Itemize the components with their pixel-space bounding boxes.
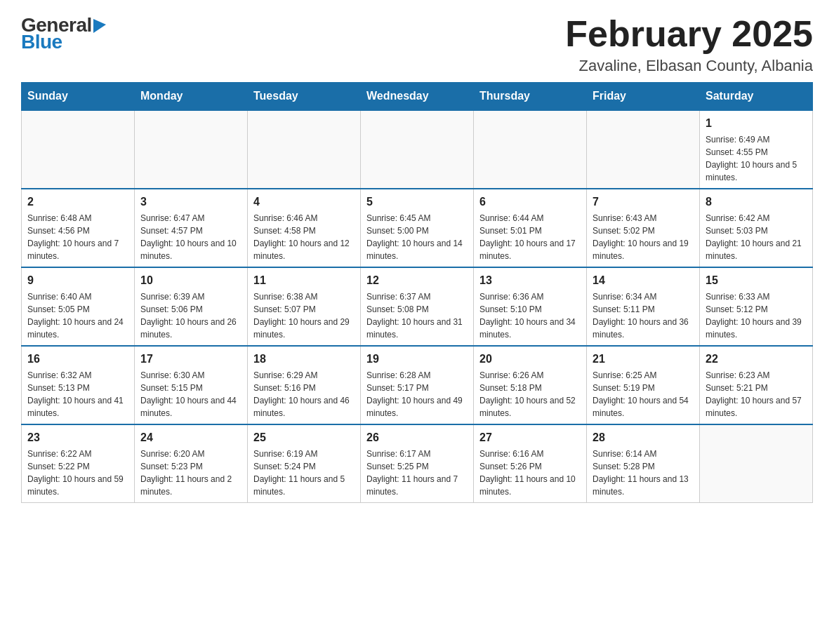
calendar-cell: 26Sunrise: 6:17 AMSunset: 5:25 PMDayligh… (361, 424, 474, 503)
day-info: Daylight: 11 hours and 5 minutes. (253, 473, 355, 498)
calendar-cell: 15Sunrise: 6:33 AMSunset: 5:12 PMDayligh… (700, 267, 813, 346)
day-info: Sunset: 5:01 PM (479, 224, 581, 237)
day-info: Daylight: 10 hours and 46 minutes. (253, 394, 355, 420)
calendar-week-row: 16Sunrise: 6:32 AMSunset: 5:13 PMDayligh… (22, 346, 813, 424)
calendar-cell: 16Sunrise: 6:32 AMSunset: 5:13 PMDayligh… (22, 346, 135, 424)
day-number: 19 (366, 351, 468, 368)
col-monday: Monday (135, 83, 248, 111)
day-number: 1 (706, 115, 807, 132)
day-info: Daylight: 10 hours and 24 minutes. (27, 316, 128, 341)
day-info: Daylight: 11 hours and 2 minutes. (140, 473, 241, 498)
day-info: Sunrise: 6:36 AM (479, 290, 581, 303)
day-info: Sunset: 5:13 PM (27, 382, 128, 394)
day-info: Sunrise: 6:29 AM (253, 369, 355, 382)
day-info: Sunset: 5:28 PM (593, 460, 694, 473)
day-info: Sunset: 5:16 PM (253, 382, 355, 394)
calendar-cell: 13Sunrise: 6:36 AMSunset: 5:10 PMDayligh… (474, 267, 587, 346)
day-info: Sunrise: 6:47 AM (140, 212, 241, 224)
day-number: 2 (27, 194, 128, 210)
calendar-week-row: 9Sunrise: 6:40 AMSunset: 5:05 PMDaylight… (22, 267, 813, 346)
day-info: Sunset: 4:57 PM (140, 224, 241, 237)
col-sunday: Sunday (22, 83, 135, 111)
logo: General Blue (21, 14, 106, 53)
day-info: Daylight: 10 hours and 21 minutes. (706, 237, 807, 262)
logo-arrow-icon (93, 19, 106, 33)
calendar-week-row: 2Sunrise: 6:48 AMSunset: 4:56 PMDaylight… (22, 189, 813, 267)
day-info: Daylight: 10 hours and 10 minutes. (140, 237, 241, 262)
calendar-cell: 1Sunrise: 6:49 AMSunset: 4:55 PMDaylight… (700, 110, 813, 189)
calendar-week-row: 23Sunrise: 6:22 AMSunset: 5:22 PMDayligh… (22, 424, 813, 503)
col-tuesday: Tuesday (248, 83, 361, 111)
calendar-cell: 10Sunrise: 6:39 AMSunset: 5:06 PMDayligh… (135, 267, 248, 346)
calendar-cell: 2Sunrise: 6:48 AMSunset: 4:56 PMDaylight… (22, 189, 135, 267)
calendar-cell (361, 110, 474, 189)
calendar-cell: 8Sunrise: 6:42 AMSunset: 5:03 PMDaylight… (700, 189, 813, 267)
day-info: Daylight: 10 hours and 29 minutes. (253, 316, 355, 341)
day-number: 14 (593, 272, 694, 289)
calendar-cell: 7Sunrise: 6:43 AMSunset: 5:02 PMDaylight… (587, 189, 700, 267)
day-number: 20 (479, 351, 581, 368)
calendar-header-row: Sunday Monday Tuesday Wednesday Thursday… (22, 83, 813, 111)
day-info: Daylight: 10 hours and 14 minutes. (366, 237, 468, 262)
day-info: Daylight: 10 hours and 39 minutes. (706, 316, 807, 341)
day-info: Daylight: 11 hours and 10 minutes. (479, 473, 581, 498)
calendar-cell: 12Sunrise: 6:37 AMSunset: 5:08 PMDayligh… (361, 267, 474, 346)
calendar-cell: 25Sunrise: 6:19 AMSunset: 5:24 PMDayligh… (248, 424, 361, 503)
day-number: 27 (479, 429, 581, 446)
day-info: Daylight: 10 hours and 31 minutes. (366, 316, 468, 341)
day-info: Sunrise: 6:43 AM (593, 212, 694, 224)
day-info: Sunset: 5:00 PM (366, 224, 468, 237)
day-info: Sunrise: 6:17 AM (366, 448, 468, 460)
calendar-cell: 22Sunrise: 6:23 AMSunset: 5:21 PMDayligh… (700, 346, 813, 424)
col-friday: Friday (587, 83, 700, 111)
day-info: Sunset: 5:17 PM (366, 382, 468, 394)
day-info: Sunrise: 6:48 AM (27, 212, 128, 224)
day-info: Sunset: 5:08 PM (366, 303, 468, 316)
day-number: 9 (27, 272, 128, 289)
day-info: Sunrise: 6:34 AM (593, 290, 694, 303)
day-info: Sunrise: 6:44 AM (479, 212, 581, 224)
day-info: Sunset: 5:26 PM (479, 460, 581, 473)
day-number: 21 (593, 351, 694, 368)
day-number: 13 (479, 272, 581, 289)
col-saturday: Saturday (700, 83, 813, 111)
day-info: Sunrise: 6:33 AM (706, 290, 807, 303)
day-number: 3 (140, 194, 241, 210)
day-info: Sunrise: 6:32 AM (27, 369, 128, 382)
calendar-cell: 28Sunrise: 6:14 AMSunset: 5:28 PMDayligh… (587, 424, 700, 503)
calendar-cell (587, 110, 700, 189)
calendar-cell: 4Sunrise: 6:46 AMSunset: 4:58 PMDaylight… (248, 189, 361, 267)
calendar-cell: 3Sunrise: 6:47 AMSunset: 4:57 PMDaylight… (135, 189, 248, 267)
day-info: Sunset: 5:18 PM (479, 382, 581, 394)
day-info: Sunset: 5:22 PM (27, 460, 128, 473)
day-info: Sunset: 4:55 PM (706, 146, 807, 159)
col-wednesday: Wednesday (361, 83, 474, 111)
day-info: Daylight: 10 hours and 36 minutes. (593, 316, 694, 341)
day-info: Sunrise: 6:28 AM (366, 369, 468, 382)
day-info: Sunrise: 6:39 AM (140, 290, 241, 303)
day-number: 28 (593, 429, 694, 446)
day-info: Sunset: 5:23 PM (140, 460, 241, 473)
day-info: Daylight: 10 hours and 49 minutes. (366, 394, 468, 420)
day-info: Sunrise: 6:16 AM (479, 448, 581, 460)
day-info: Sunrise: 6:42 AM (706, 212, 807, 224)
day-info: Daylight: 11 hours and 7 minutes. (366, 473, 468, 498)
calendar-cell (248, 110, 361, 189)
calendar-cell (135, 110, 248, 189)
calendar-cell: 18Sunrise: 6:29 AMSunset: 5:16 PMDayligh… (248, 346, 361, 424)
day-info: Sunset: 5:11 PM (593, 303, 694, 316)
calendar-cell (474, 110, 587, 189)
day-info: Sunset: 5:05 PM (27, 303, 128, 316)
day-number: 23 (27, 429, 128, 446)
day-info: Sunrise: 6:30 AM (140, 369, 241, 382)
day-info: Daylight: 10 hours and 34 minutes. (479, 316, 581, 341)
day-info: Sunrise: 6:25 AM (593, 369, 694, 382)
calendar-cell: 27Sunrise: 6:16 AMSunset: 5:26 PMDayligh… (474, 424, 587, 503)
day-info: Daylight: 11 hours and 13 minutes. (593, 473, 694, 498)
day-info: Daylight: 10 hours and 52 minutes. (479, 394, 581, 420)
calendar-cell (22, 110, 135, 189)
day-info: Sunset: 5:12 PM (706, 303, 807, 316)
calendar-cell: 19Sunrise: 6:28 AMSunset: 5:17 PMDayligh… (361, 346, 474, 424)
day-info: Daylight: 10 hours and 41 minutes. (27, 394, 128, 420)
day-info: Daylight: 10 hours and 5 minutes. (706, 159, 807, 184)
